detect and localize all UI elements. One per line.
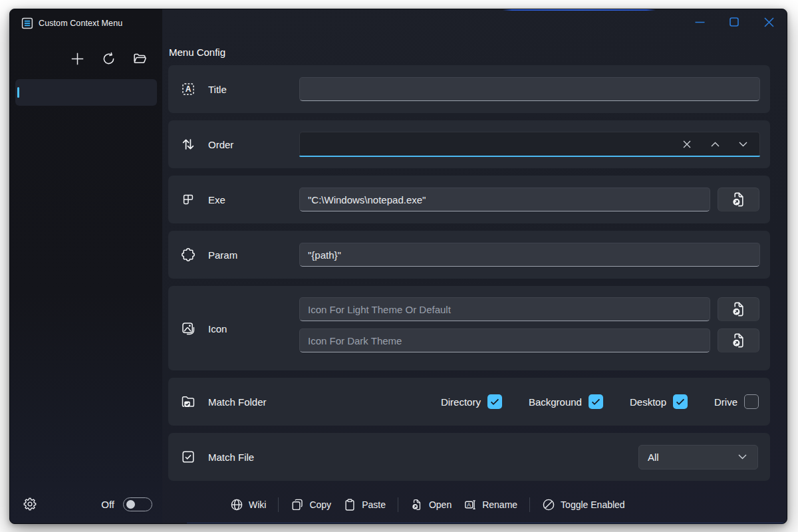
sidebar: Custom Context Menu <box>10 9 162 523</box>
exe-label: Exe <box>208 194 225 205</box>
close-icon <box>764 17 774 27</box>
match-folder-options: Directory Background Desktop <box>441 378 759 426</box>
refresh-icon <box>102 52 116 66</box>
puzzle-icon <box>181 247 196 262</box>
wiki-label: Wiki <box>249 499 266 510</box>
param-label: Param <box>208 249 237 261</box>
browse-light-icon-button[interactable] <box>718 297 759 321</box>
paste-label: Paste <box>362 499 386 510</box>
bottom-accent-line <box>187 523 787 523</box>
separator <box>398 497 398 512</box>
rename-label: Rename <box>482 499 517 510</box>
app-window: Custom Context Menu <box>9 9 787 524</box>
icon-dark-input[interactable] <box>299 329 710 352</box>
match-file-row: Match File All <box>168 433 770 481</box>
main-panel: Menu Config A Title Order <box>162 9 787 524</box>
exe-input[interactable] <box>299 188 710 211</box>
drive-checkbox[interactable] <box>744 394 759 409</box>
maximize-button[interactable] <box>719 9 749 35</box>
icon-label: Icon <box>208 323 227 334</box>
open-button[interactable]: Open <box>410 498 452 511</box>
decrement-button[interactable] <box>733 135 753 154</box>
command-bar: Wiki Copy Paste <box>230 492 625 517</box>
window-title: Custom Context Menu <box>39 19 122 28</box>
toggle-knob <box>126 500 135 509</box>
open-label: Open <box>429 499 452 510</box>
app-icon <box>21 17 34 30</box>
menu-list-item-selected[interactable] <box>15 79 157 106</box>
folder-check-icon <box>181 394 196 409</box>
focus-underline <box>299 156 760 158</box>
text-field-icon: A <box>181 82 196 96</box>
title-label: Title <box>208 84 227 95</box>
clear-x-icon <box>683 140 691 148</box>
drive-option: Drive <box>714 394 759 409</box>
directory-checkbox[interactable] <box>487 394 502 409</box>
toggle-enabled-label: Toggle Enabled <box>561 499 625 510</box>
wiki-button[interactable]: Wiki <box>230 498 266 511</box>
match-file-dropdown[interactable]: All <box>638 445 758 469</box>
increment-button[interactable] <box>705 135 726 154</box>
open-file-icon <box>730 301 747 318</box>
paste-icon <box>343 498 356 511</box>
background-checkbox[interactable] <box>589 394 603 409</box>
folder-open-icon <box>132 51 148 66</box>
svg-text:A: A <box>186 84 192 94</box>
page-title: Menu Config <box>169 47 225 58</box>
order-row: Order <box>168 120 770 168</box>
exe-row: Exe <box>168 176 770 223</box>
menu-list <box>15 79 157 106</box>
maximize-icon <box>730 17 739 27</box>
separator <box>529 497 530 512</box>
desktop-label: Desktop <box>630 396 666 408</box>
browse-exe-button[interactable] <box>718 188 759 211</box>
close-button[interactable] <box>753 9 784 35</box>
sidebar-footer: Off <box>10 493 162 517</box>
sidebar-toolbar <box>65 47 153 70</box>
open-folder-button[interactable] <box>127 47 153 70</box>
icon-row: Icon <box>168 286 770 370</box>
minimize-icon <box>695 17 705 27</box>
checkbox-checked-icon <box>181 450 196 464</box>
open-file-icon <box>730 332 747 349</box>
copy-icon <box>291 498 304 511</box>
clear-value-button[interactable] <box>676 135 697 154</box>
copy-label: Copy <box>309 499 331 510</box>
add-menu-button[interactable] <box>65 47 90 70</box>
match-folder-row: Match Folder Directory Background Deskto… <box>168 378 770 426</box>
title-row: A Title <box>168 65 770 113</box>
settings-button[interactable] <box>21 495 39 513</box>
chevron-down-icon <box>739 142 747 147</box>
background-option: Background <box>529 394 603 409</box>
globe-icon <box>230 498 243 511</box>
order-label: Order <box>208 139 233 150</box>
titlebar: Custom Context Menu <box>21 17 122 30</box>
directory-label: Directory <box>441 396 481 408</box>
order-input[interactable] <box>299 132 760 156</box>
enable-toggle-switch[interactable] <box>123 497 152 511</box>
copy-button[interactable]: Copy <box>291 498 331 511</box>
title-input[interactable] <box>299 77 760 101</box>
desktop-checkbox[interactable] <box>673 394 688 409</box>
browse-dark-icon-button[interactable] <box>718 329 759 352</box>
param-row: Param <box>168 231 770 279</box>
directory-option: Directory <box>441 394 502 409</box>
sort-arrows-icon <box>181 137 196 152</box>
match-folder-label: Match Folder <box>208 396 267 408</box>
rename-button[interactable]: A Rename <box>464 498 517 511</box>
app-squares-icon <box>181 192 196 207</box>
param-input[interactable] <box>299 243 760 267</box>
chevron-down-icon <box>738 454 747 460</box>
rename-icon: A <box>464 498 477 511</box>
plus-icon <box>70 52 84 66</box>
minimize-button[interactable] <box>684 9 715 35</box>
icon-light-input[interactable] <box>299 297 710 321</box>
refresh-button[interactable] <box>96 47 122 70</box>
top-accent-line <box>503 9 656 11</box>
toggle-enabled-button[interactable]: Toggle Enabled <box>542 498 625 511</box>
paste-button[interactable]: Paste <box>343 498 386 511</box>
block-icon <box>542 498 555 511</box>
background-label: Background <box>529 396 582 408</box>
chevron-up-icon <box>711 142 720 147</box>
open-file-icon <box>730 191 747 208</box>
